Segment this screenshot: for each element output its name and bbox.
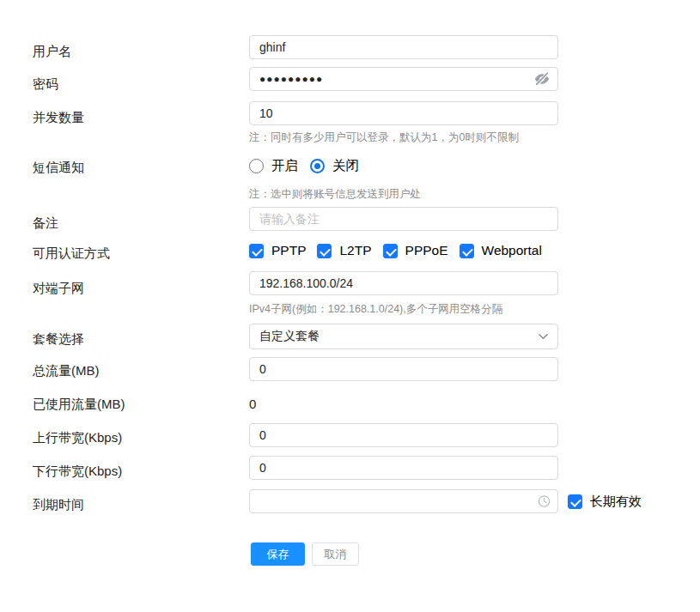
- auth-pppoe-checkbox[interactable]: PPPoE: [383, 243, 448, 258]
- checkbox-checked-icon: [383, 244, 398, 258]
- download-bw-input[interactable]: [249, 456, 558, 480]
- clock-icon: [538, 495, 551, 508]
- forever-valid-label: 长期有效: [590, 494, 642, 510]
- user-account-form-page: 用户名 密码 并发数量 注：同时有多少用户可以登录，默认为1，为0时则不限制 短…: [0, 0, 700, 612]
- sms-label: 短信通知: [33, 160, 84, 176]
- subnet-label: 对端子网: [33, 281, 84, 297]
- auth-pptp-label: PPTP: [271, 243, 306, 258]
- forever-valid-checkbox[interactable]: 长期有效: [568, 494, 642, 510]
- package-select[interactable]: 自定义套餐: [249, 324, 558, 349]
- expire-label: 到期时间: [33, 497, 84, 513]
- upload-bw-input[interactable]: [249, 423, 558, 447]
- auth-webportal-label: Webportal: [482, 243, 542, 258]
- auth-methods-label: 可用认证方式: [33, 245, 110, 262]
- radio-checked-icon: [310, 159, 325, 173]
- password-input[interactable]: [249, 67, 558, 91]
- save-button[interactable]: 保存: [251, 542, 305, 566]
- remark-input[interactable]: [249, 207, 558, 231]
- auth-l2tp-checkbox[interactable]: L2TP: [317, 243, 371, 258]
- remark-label: 备注: [33, 215, 58, 232]
- checkbox-checked-icon: [460, 244, 474, 258]
- sms-off-label: 关闭: [332, 157, 359, 175]
- sms-note: 注：选中则将账号信息发送到用户处: [249, 187, 421, 202]
- sms-on-label: 开启: [271, 157, 298, 175]
- download-bw-label: 下行带宽(Kbps): [33, 464, 122, 480]
- password-label: 密码: [33, 76, 58, 93]
- sms-off-radio[interactable]: 关闭: [310, 157, 359, 175]
- concurrent-input[interactable]: [249, 101, 558, 125]
- concurrent-note: 注：同时有多少用户可以登录，默认为1，为0时则不限制: [249, 130, 519, 145]
- total-traffic-label: 总流量(MB): [33, 363, 100, 379]
- package-selected-value: 自定义套餐: [259, 329, 320, 344]
- concurrent-label: 并发数量: [33, 110, 84, 126]
- checkbox-checked-icon: [249, 244, 264, 258]
- cancel-button[interactable]: 取消: [312, 542, 359, 566]
- auth-webportal-checkbox[interactable]: Webportal: [460, 243, 542, 258]
- upload-bw-label: 上行带宽(Kbps): [33, 430, 122, 446]
- used-traffic-value: 0: [249, 397, 558, 411]
- used-traffic-label: 已使用流量(MB): [33, 397, 125, 413]
- expire-datetime-input[interactable]: [249, 489, 558, 513]
- checkbox-checked-icon: [317, 244, 332, 258]
- username-input[interactable]: [249, 35, 558, 59]
- auth-methods-group: PPTP L2TP PPPoE Webportal: [249, 243, 558, 258]
- package-label: 套餐选择: [33, 331, 84, 348]
- form-actions: 保存 取消: [251, 542, 359, 566]
- eye-off-icon[interactable]: [533, 70, 551, 88]
- auth-pptp-checkbox[interactable]: PPTP: [249, 243, 306, 258]
- radio-unchecked-icon: [249, 159, 264, 173]
- checkbox-checked-icon: [568, 494, 582, 509]
- total-traffic-input[interactable]: [249, 357, 558, 381]
- auth-l2tp-label: L2TP: [339, 243, 371, 258]
- subnet-note: IPv4子网(例如：192.168.1.0/24),多个子网用空格分隔: [249, 302, 502, 317]
- sms-radio-group: 开启 关闭: [249, 157, 558, 175]
- chevron-down-icon: [538, 331, 549, 342]
- subnet-input[interactable]: [249, 271, 558, 295]
- sms-on-radio[interactable]: 开启: [249, 157, 298, 175]
- auth-pppoe-label: PPPoE: [405, 243, 448, 258]
- username-label: 用户名: [33, 44, 71, 60]
